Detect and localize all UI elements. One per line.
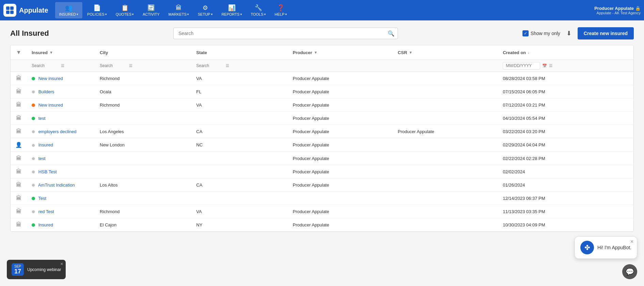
row-insured: red Test <box>27 205 95 218</box>
nav-item-activity[interactable]: 🔄 ACTIVITY <box>139 2 164 18</box>
row-city: El Cajon <box>95 218 192 232</box>
insured-link[interactable]: test <box>38 156 46 161</box>
logo-icon <box>3 4 16 17</box>
insured-filter-icon[interactable]: ▼ <box>49 50 53 54</box>
insured-link[interactable]: test <box>38 116 46 121</box>
nav-item-setup[interactable]: ⚙ SETUP ▾ <box>194 2 217 18</box>
status-dot <box>32 90 35 94</box>
table-row[interactable]: 🏛 Insured El Cajon NY Producer Appulate … <box>11 218 633 232</box>
filter-icon: ▼ <box>16 49 21 55</box>
th-date-search: 📅 ☰ <box>498 60 633 72</box>
table-row[interactable]: 🏛 employers declined Los Angeles CA Prod… <box>11 125 633 138</box>
app-logo[interactable]: Appulate <box>3 4 48 17</box>
row-state: FL <box>192 85 288 98</box>
table-row[interactable]: 🏛 test Producer Appulate 02/22/2024 02:2… <box>11 152 633 165</box>
nav-item-help[interactable]: ❓ HELP ▾ <box>271 2 291 18</box>
row-city: New London <box>95 138 192 152</box>
insured-link[interactable]: employers declined <box>38 129 77 134</box>
nav-items: 👥 INSURED ▾ 📄 POLICIES ▾ 📋 QUOTES ▾ 🔄 AC… <box>55 2 595 18</box>
webinar-close-button[interactable]: × <box>60 261 63 267</box>
app-name: Appulate <box>19 6 48 14</box>
nav-reports-icon: 📊 <box>228 4 236 12</box>
insured-link[interactable]: red Test <box>38 209 54 214</box>
nav-quotes-arrow: ▾ <box>132 13 134 16</box>
status-dot <box>32 157 35 160</box>
insured-link[interactable]: New insured <box>38 102 63 108</box>
insured-link[interactable]: Test <box>38 196 46 201</box>
appubot-bubble: ✤ Hi! I'm AppuBot. × <box>575 236 637 259</box>
building-icon: 🏛 <box>16 155 21 161</box>
city-search-menu-icon[interactable]: ☰ <box>129 64 132 68</box>
nav-item-markets[interactable]: 🏛 MARKETS ▾ <box>164 2 193 18</box>
row-insured: Test <box>27 192 95 205</box>
nav-item-tools[interactable]: 🔧 TOOLS ▾ <box>247 2 270 18</box>
building-icon: 🏛 <box>16 75 21 81</box>
nav-item-quotes[interactable]: 📋 QUOTES ▾ <box>112 2 138 18</box>
nav-quotes-label: QUOTES ▾ <box>116 12 134 16</box>
table-row[interactable]: 🏛 Test 12/14/2023 06:37 PM <box>11 192 633 205</box>
table-row[interactable]: 🏛 New insured Richmond VA Producer Appul… <box>11 98 633 112</box>
city-search-input[interactable] <box>100 63 127 68</box>
show-my-only-toggle[interactable]: ✓ Show my only <box>522 30 560 36</box>
table-filter-row: ☰ ☰ ☰ <box>11 60 633 72</box>
nav-help-label: HELP ▾ <box>275 12 287 16</box>
nav-policies-label: POLICIES ▾ <box>87 12 107 16</box>
insured-link[interactable]: Insured <box>38 222 53 227</box>
table-row[interactable]: 🏛 test Producer Appulate 04/10/2024 05:5… <box>11 112 633 125</box>
date-menu-icon[interactable]: ☰ <box>549 64 552 68</box>
row-insured: test <box>27 152 95 165</box>
row-created-on: 08/28/2024 03:58 PM <box>498 72 633 85</box>
table-row[interactable]: 🏛 red Test Richmond VA Producer Appulate… <box>11 205 633 218</box>
producer-filter-icon[interactable]: ▼ <box>314 50 318 54</box>
row-type-icon: 🏛 <box>11 152 27 165</box>
webinar-date: SEP 17 <box>12 263 24 276</box>
row-type-icon: 🏛 <box>11 72 27 85</box>
row-state <box>192 112 288 125</box>
nav-item-insured[interactable]: 👥 INSURED ▾ <box>55 2 83 18</box>
insured-link[interactable]: HSB Test <box>38 169 57 174</box>
row-insured: employers declined <box>27 125 95 138</box>
row-city: Richmond <box>95 205 192 218</box>
row-type-icon: 🏛 <box>11 205 27 218</box>
date-calendar-icon[interactable]: 📅 <box>542 64 547 68</box>
show-my-only-checkbox: ✓ <box>522 30 529 36</box>
table-row[interactable]: 🏛 AmTrust Indication Los Altos CA Produc… <box>11 178 633 192</box>
row-insured: Insured <box>27 138 95 152</box>
nav-item-policies[interactable]: 📄 POLICIES ▾ <box>83 2 111 18</box>
insured-search-input[interactable] <box>32 63 59 68</box>
table-row[interactable]: 👤 Insured New London NC Producer Appulat… <box>11 138 633 152</box>
date-search-input[interactable] <box>503 62 540 69</box>
nav-item-reports[interactable]: 📊 REPORTS ▾ <box>218 2 246 18</box>
row-producer: Producer Appulate <box>288 165 393 178</box>
row-state: CA <box>192 178 288 192</box>
nav-markets-label: MARKETS ▾ <box>168 12 189 16</box>
insured-link[interactable]: AmTrust Indication <box>38 182 75 188</box>
row-state: VA <box>192 205 288 218</box>
insured-link[interactable]: Builders <box>38 89 54 94</box>
csr-filter-icon[interactable]: ▼ <box>409 50 413 54</box>
state-search-input[interactable] <box>196 63 224 68</box>
table-row[interactable]: 🏛 HSB Test Producer Appulate 02/02/2024 <box>11 165 633 178</box>
download-button[interactable]: ⬇ <box>565 28 573 38</box>
created-on-sort-icon[interactable]: ↓ <box>528 50 530 54</box>
appubot-close-button[interactable]: × <box>630 239 633 245</box>
search-button[interactable]: 🔍 <box>388 30 395 37</box>
row-producer <box>288 192 393 205</box>
status-dot <box>32 117 35 120</box>
table-row[interactable]: 🏛 Builders Ocala FL Producer Appulate 07… <box>11 85 633 98</box>
state-search-menu-icon[interactable]: ☰ <box>226 64 229 68</box>
insured-link[interactable]: Insured <box>38 142 53 147</box>
insured-search-menu-icon[interactable]: ☰ <box>61 64 64 68</box>
row-insured: Insured <box>27 218 95 232</box>
building-icon: 🏛 <box>16 102 21 108</box>
row-state: NC <box>192 138 288 152</box>
chat-button[interactable]: 💬 <box>622 264 637 279</box>
row-created-on: 07/12/2024 03:21 PM <box>498 98 633 112</box>
insured-link[interactable]: New insured <box>38 76 63 81</box>
create-insured-button[interactable]: Create new insured <box>578 27 634 39</box>
nav-insured-label: INSURED ▾ <box>59 12 79 16</box>
search-input[interactable] <box>173 28 398 39</box>
table-row[interactable]: 🏛 New insured Richmond VA Producer Appul… <box>11 72 633 85</box>
nav-setup-icon: ⚙ <box>203 4 208 12</box>
status-dot <box>32 197 35 200</box>
